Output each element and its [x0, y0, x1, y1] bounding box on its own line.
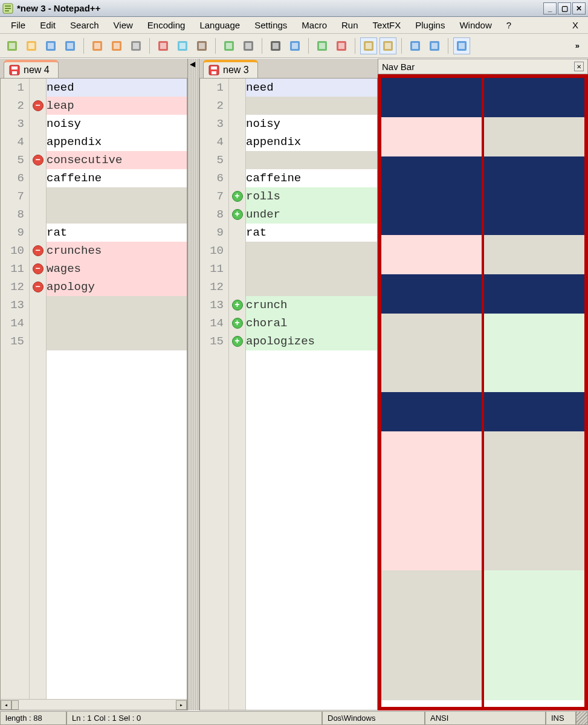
code-line[interactable]: appendix	[246, 133, 377, 151]
nav-block[interactable]	[484, 78, 584, 117]
code-line[interactable]: caffeine	[246, 169, 377, 187]
paste-icon[interactable]	[193, 37, 210, 54]
nav-block[interactable]	[381, 274, 482, 314]
nav-block[interactable]	[484, 392, 584, 431]
code-line[interactable]	[246, 97, 377, 115]
menu-textfx[interactable]: TextFX	[366, 18, 409, 32]
nav-block[interactable]	[484, 570, 584, 700]
nav-block[interactable]	[381, 314, 482, 392]
code-line[interactable]: crunch	[246, 296, 377, 314]
code-line[interactable]: rat	[47, 224, 187, 242]
sync-v-icon[interactable]	[360, 37, 377, 54]
menu-run[interactable]: Run	[334, 18, 366, 32]
new-file-icon[interactable]	[4, 37, 21, 54]
sync-h-icon[interactable]	[380, 37, 396, 54]
nav-block[interactable]	[484, 314, 584, 392]
nav-block[interactable]	[381, 431, 482, 570]
code-line[interactable]: noisy	[47, 115, 187, 133]
menu-encoding[interactable]: Encoding	[140, 18, 193, 32]
nav-block[interactable]	[381, 392, 482, 431]
save-all-icon[interactable]	[62, 37, 79, 54]
code-line[interactable]	[47, 296, 187, 314]
print-icon[interactable]	[128, 37, 144, 54]
nav-block[interactable]	[381, 156, 482, 235]
code-line[interactable]: need	[47, 79, 187, 97]
code-line[interactable]	[47, 205, 187, 224]
zoom-in-icon[interactable]	[314, 37, 331, 54]
code-line[interactable]: leap	[47, 97, 187, 115]
find-icon[interactable]	[267, 37, 284, 54]
code-line[interactable]	[47, 314, 187, 332]
nav-block[interactable]	[484, 117, 584, 156]
editor-left[interactable]: 123456789101112131415−−−−−needleapnoisya…	[0, 78, 187, 710]
minimize-button[interactable]: _	[543, 2, 557, 14]
nav-bar-body[interactable]	[378, 74, 588, 710]
nav-block[interactable]	[381, 78, 482, 117]
code-line[interactable]: apology	[47, 278, 187, 296]
resize-grip[interactable]	[576, 711, 588, 725]
nav-block[interactable]	[381, 235, 482, 274]
maximize-button[interactable]: ▢	[558, 2, 571, 14]
code-line[interactable]	[47, 187, 187, 205]
tab-new3[interactable]: new 3	[203, 60, 258, 78]
menu-plugins[interactable]: Plugins	[408, 18, 452, 32]
nav-block[interactable]	[484, 156, 584, 235]
code-line[interactable]: caffeine	[47, 169, 187, 187]
code-line[interactable]	[246, 260, 377, 278]
code-line[interactable]: wages	[47, 260, 187, 278]
code-line[interactable]: appendix	[47, 133, 187, 151]
tab-new4[interactable]: new 4	[4, 60, 59, 78]
code-line[interactable]: noisy	[246, 115, 377, 133]
menu-settings[interactable]: Settings	[247, 18, 294, 32]
nav-block[interactable]	[484, 431, 584, 570]
menu-language[interactable]: Language	[192, 18, 247, 32]
vertical-splitter[interactable]: ◀	[187, 59, 199, 710]
menu-macro[interactable]: Macro	[294, 18, 334, 32]
indent-guide-icon[interactable]	[453, 37, 470, 54]
text-content[interactable]: needleapnoisyappendixconsecutivecaffeine…	[47, 79, 187, 699]
menu-view[interactable]: View	[106, 18, 140, 32]
close-icon[interactable]	[89, 37, 106, 54]
code-line[interactable]: rat	[246, 224, 377, 242]
nav-block[interactable]	[484, 235, 584, 274]
code-line[interactable]: rolls	[246, 187, 377, 205]
code-line[interactable]	[246, 151, 377, 169]
copy-icon[interactable]	[174, 37, 191, 54]
nav-block[interactable]	[381, 117, 482, 156]
nav-bar-close-button[interactable]: ✕	[574, 62, 584, 71]
code-line[interactable]: consecutive	[47, 151, 187, 169]
replace-icon[interactable]	[286, 37, 303, 54]
code-line[interactable]	[246, 278, 377, 296]
text-content[interactable]: neednoisyappendixcaffeinerollsunderratcr…	[246, 79, 377, 710]
zoom-out-icon[interactable]	[333, 37, 350, 54]
nav-block[interactable]	[484, 274, 584, 314]
mdi-close-button[interactable]: X	[566, 18, 584, 32]
code-line[interactable]: choral	[246, 314, 377, 332]
cut-icon[interactable]	[155, 37, 172, 54]
scroll-thumb[interactable]	[11, 700, 19, 710]
redo-icon[interactable]	[240, 37, 257, 54]
close-all-icon[interactable]	[108, 37, 125, 54]
scroll-right-button[interactable]: ▸	[176, 700, 187, 710]
close-window-button[interactable]: ✕	[572, 2, 586, 14]
undo-icon[interactable]	[221, 37, 237, 54]
save-icon[interactable]	[42, 37, 59, 54]
show-chars-icon[interactable]	[426, 37, 443, 54]
menu-window[interactable]: Window	[452, 18, 499, 32]
menu-[interactable]: ?	[499, 18, 519, 32]
menu-edit[interactable]: Edit	[33, 18, 63, 32]
code-line[interactable]	[246, 242, 377, 260]
code-line[interactable]: crunches	[47, 242, 187, 260]
code-line[interactable]: under	[246, 205, 377, 224]
nav-block[interactable]	[381, 570, 482, 700]
editor-right[interactable]: 123456789101112131415+++++neednoisyappen…	[199, 78, 378, 710]
wrap-icon[interactable]	[407, 37, 424, 54]
code-line[interactable]: apologizes	[246, 332, 377, 350]
open-file-icon[interactable]	[23, 37, 40, 54]
code-line[interactable]	[47, 332, 187, 350]
menu-search[interactable]: Search	[63, 18, 106, 32]
toolbar-overflow-button[interactable]: »	[570, 41, 584, 50]
code-line[interactable]: need	[246, 79, 377, 97]
hscrollbar-left[interactable]: ◂ ▸	[1, 699, 187, 710]
scroll-left-button[interactable]: ◂	[1, 700, 11, 710]
